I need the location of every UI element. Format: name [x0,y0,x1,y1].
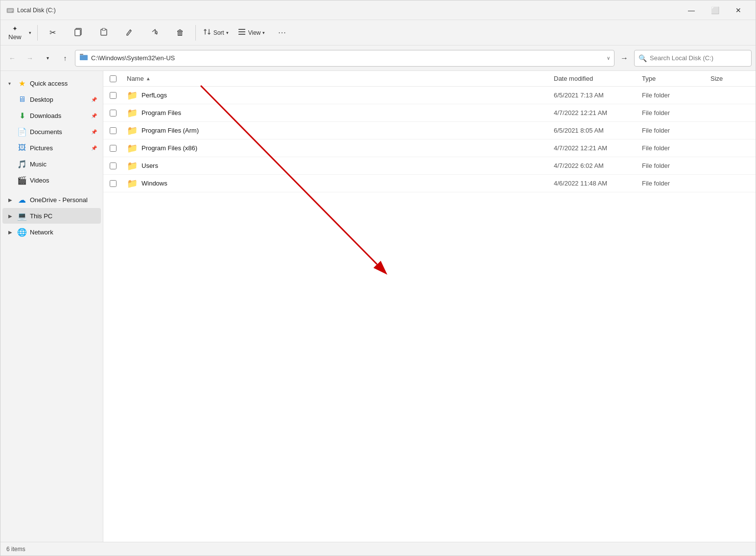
sidebar-item-documents[interactable]: 📄 Documents 📌 [2,124,101,139]
more-icon: ··· [278,28,286,37]
file-list-header: Name ▲ Date modified Type Size [103,71,756,87]
row-checkbox-col [103,127,123,134]
rename-button[interactable] [117,22,142,44]
sidebar-item-network[interactable]: ▶ 🌐 Network [2,224,101,240]
row-checkbox[interactable] [110,145,117,152]
forward-button[interactable]: → [22,50,38,66]
row-name: 📁 Windows [123,178,550,189]
pin-icon-pic: 📌 [91,145,97,151]
copy-icon [74,27,83,38]
row-date: 6/5/2021 7:13 AM [550,92,638,99]
column-date-label: Date modified [554,75,593,82]
new-button[interactable]: ✦ New ▾ [4,22,34,44]
main-area: ▾ ★ Quick access 🖥 Desktop 📌 ⬇ Downloads [0,71,756,542]
back-button[interactable]: ← [4,50,20,66]
expand-icon: ▾ [8,81,14,86]
sidebar-videos-label: Videos [30,177,97,184]
svg-point-2 [12,11,13,12]
folder-icon: 📁 [127,125,138,136]
sidebar-item-thispc[interactable]: ▶ 💻 This PC [2,208,101,224]
sidebar-item-downloads[interactable]: ⬇ Downloads 📌 [2,108,101,123]
close-button[interactable]: ✕ [727,2,750,18]
thispc-icon: 💻 [17,211,27,221]
address-bar-row: ← → ▾ ↑ C:\Windows\Syst [0,46,756,71]
row-name: 📁 PerfLogs [123,90,550,101]
sort-button[interactable]: Sort ▾ [199,22,233,44]
column-header-type[interactable]: Type [638,75,707,82]
table-row[interactable]: 📁 PerfLogs 6/5/2021 7:13 AM File folder [103,87,756,104]
up-button[interactable]: ↑ [57,50,73,66]
pictures-icon: 🖼 [17,143,27,152]
row-checkbox[interactable] [110,180,117,187]
column-header-name[interactable]: Name ▲ [123,75,550,82]
sidebar: ▾ ★ Quick access 🖥 Desktop 📌 ⬇ Downloads [0,71,103,542]
column-header-size[interactable]: Size [707,75,756,82]
row-checkbox-col [103,92,123,99]
row-name: 📁 Program Files (x86) [123,143,550,154]
more-button[interactable]: ··· [270,22,294,44]
table-row[interactable]: 📁 Program Files (x86) 4/7/2022 12:21 AM … [103,139,756,157]
sidebar-item-videos[interactable]: 🎬 Videos [2,172,101,188]
recent-button[interactable]: ▾ [40,50,55,66]
toolbar: ✦ New ▾ ✂ [0,20,756,46]
column-header-date[interactable]: Date modified [550,75,638,82]
row-checkbox[interactable] [110,92,117,99]
paste-button[interactable] [92,22,116,44]
paste-icon [99,27,108,38]
svg-rect-7 [238,29,245,30]
pin-icon-doc: 📌 [91,129,97,135]
row-checkbox-col [103,180,123,187]
row-date: 4/7/2022 12:21 AM [550,109,638,116]
copy-button[interactable] [66,22,91,44]
search-box[interactable]: 🔍 [634,50,752,67]
forward-icon: → [26,54,33,62]
sidebar-item-pictures[interactable]: 🖼 Pictures 📌 [2,140,101,156]
sidebar-pictures-label: Pictures [30,144,88,152]
svg-rect-6 [102,28,105,30]
row-date: 6/5/2021 8:05 AM [550,127,638,134]
row-checkbox[interactable] [110,127,117,134]
toolbar-divider-1 [37,25,38,41]
sidebar-thispc-label: This PC [30,212,97,220]
quick-access-label: Quick access [30,80,97,87]
row-checkbox[interactable] [110,162,117,169]
new-button-main: ✦ New [4,25,25,41]
select-all-checkbox[interactable] [110,75,117,82]
share-button[interactable] [142,22,167,44]
search-input[interactable] [650,54,747,62]
table-row[interactable]: 📁 Windows 4/6/2022 11:48 AM File folder [103,175,756,192]
go-button[interactable]: → [616,50,632,66]
row-checkbox[interactable] [110,110,117,116]
minimize-button[interactable]: — [680,2,703,18]
sidebar-item-quick-access[interactable]: ▾ ★ Quick access [2,75,101,91]
svg-rect-9 [238,34,245,35]
sort-icon [203,27,212,38]
table-row[interactable]: 📁 Users 4/7/2022 6:02 AM File folder [103,157,756,175]
address-box[interactable]: C:\Windows\System32\en-US ∨ [75,50,614,67]
cut-button[interactable]: ✂ [41,22,65,44]
row-date: 4/6/2022 11:48 AM [550,180,638,187]
address-dropdown-icon[interactable]: ∨ [607,55,610,61]
maximize-button[interactable]: ⬜ [704,2,726,18]
folder-icon: 📁 [127,161,138,171]
new-dropdown-arrow[interactable]: ▾ [25,22,34,44]
column-name-label: Name [127,75,144,82]
sidebar-downloads-label: Downloads [30,112,88,119]
title-bar-left: Local Disk (C:) [6,6,56,14]
table-row[interactable]: 📁 Program Files 4/7/2022 12:21 AM File f… [103,104,756,122]
file-name-text: Program Files (Arm) [142,127,199,134]
desktop-icon: 🖥 [17,95,27,104]
rename-icon [125,27,134,38]
delete-button[interactable]: 🗑 [168,22,192,44]
file-name-text: Users [142,162,158,169]
sidebar-music-label: Music [30,161,97,168]
sidebar-item-desktop[interactable]: 🖥 Desktop 📌 [2,92,101,107]
view-button[interactable]: View ▾ [234,22,269,44]
sidebar-item-music[interactable]: 🎵 Music [2,156,101,172]
sidebar-item-onedrive[interactable]: ▶ ☁ OneDrive - Personal [2,192,101,208]
header-checkbox-col [103,75,123,82]
column-type-label: Type [642,75,656,82]
status-bar: 6 items [0,542,756,556]
view-icon [237,27,246,38]
table-row[interactable]: 📁 Program Files (Arm) 6/5/2021 8:05 AM F… [103,122,756,139]
